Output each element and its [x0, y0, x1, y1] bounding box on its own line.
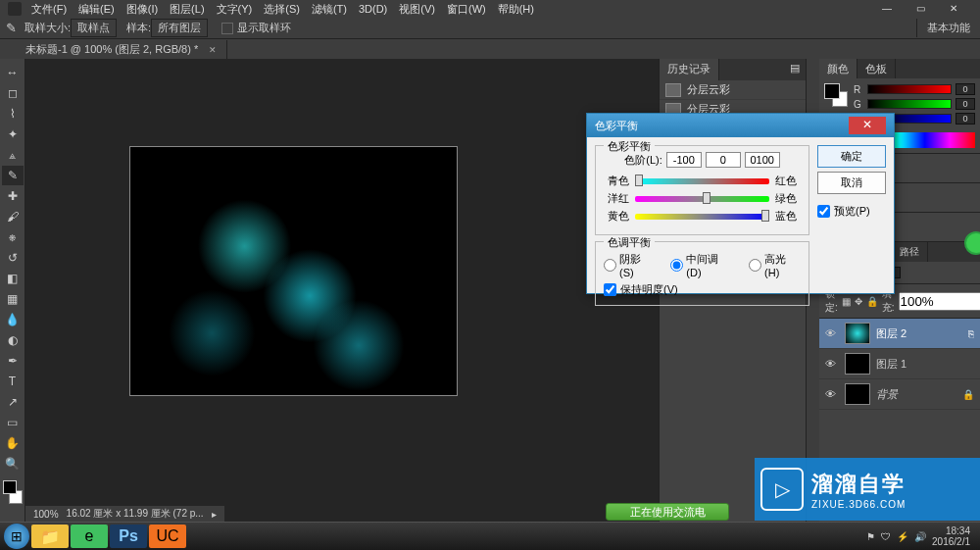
chevron-right-icon[interactable]: ▸ — [212, 509, 217, 520]
level-cyan-input[interactable] — [666, 152, 702, 168]
history-tab[interactable]: 历史记录 — [660, 59, 719, 80]
visibility-icon[interactable]: 👁 — [825, 358, 839, 370]
midtones-radio[interactable]: 中间调(D) — [670, 252, 733, 278]
color-swatches[interactable] — [3, 480, 23, 504]
menu-image[interactable]: 图像(I) — [126, 2, 158, 17]
blur-tool[interactable]: 💧 — [2, 310, 24, 329]
start-button[interactable]: ⊞ — [4, 524, 29, 549]
close-icon[interactable]: ✕ — [947, 3, 960, 16]
level-yellow-input[interactable] — [745, 152, 780, 168]
menu-edit[interactable]: 编辑(E) — [78, 2, 115, 17]
layer-thumbnail[interactable] — [845, 353, 870, 375]
show-sample-checkbox[interactable] — [221, 23, 233, 34]
minimize-icon[interactable]: — — [880, 3, 894, 16]
layer-thumbnail[interactable] — [845, 323, 870, 344]
eyedropper-icon[interactable]: ✎ — [6, 21, 17, 35]
move-tool[interactable]: ↔ — [2, 63, 24, 82]
marquee-tool[interactable]: ◻ — [2, 83, 24, 103]
gradient-tool[interactable]: ▦ — [2, 289, 24, 309]
panel-menu-icon[interactable]: ▤ — [784, 59, 806, 80]
layer-row[interactable]: 👁 图层 2 ⎘ — [819, 319, 980, 349]
brush-tool[interactable]: 🖌 — [2, 207, 24, 226]
close-tab-icon[interactable]: ✕ — [209, 45, 217, 55]
document-tab[interactable]: 未标题-1 @ 100% (图层 2, RGB/8) * ✕ — [16, 40, 227, 59]
workspace-selector[interactable]: 基本功能 — [916, 19, 980, 37]
highlights-radio[interactable]: 高光(H) — [749, 252, 801, 278]
r-slider[interactable] — [867, 84, 952, 94]
fill-input[interactable] — [899, 292, 980, 311]
foreground-swatch[interactable] — [3, 480, 17, 494]
menu-view[interactable]: 视图(V) — [399, 2, 435, 17]
maximize-icon[interactable]: ▭ — [913, 3, 927, 16]
crop-tool[interactable]: ⟁ — [2, 145, 24, 165]
taskbar-explorer[interactable]: 📁 — [31, 525, 69, 548]
dodge-tool[interactable]: ◐ — [2, 330, 24, 350]
layer-name[interactable]: 图层 1 — [876, 357, 906, 372]
layer-name[interactable]: 图层 2 — [876, 326, 906, 341]
menu-type[interactable]: 文字(Y) — [217, 2, 253, 17]
history-item[interactable]: 分层云彩 — [660, 80, 806, 100]
magenta-green-slider[interactable] — [635, 196, 769, 202]
tray-shield-icon[interactable]: 🛡 — [881, 531, 891, 542]
zoom-level[interactable]: 100% — [33, 509, 59, 520]
dialog-close-button[interactable]: ✕ — [849, 117, 886, 134]
eyedropper-tool[interactable]: ✎ — [2, 166, 24, 185]
sample-select[interactable]: 所有图层 — [151, 19, 208, 37]
menu-select[interactable]: 选择(S) — [264, 2, 300, 17]
sample-size-select[interactable]: 取样点 — [71, 19, 117, 37]
tray-flag-icon[interactable]: ⚑ — [866, 531, 875, 542]
canvas[interactable] — [129, 146, 458, 396]
swatches-tab[interactable]: 色板 — [858, 59, 896, 78]
pen-tool[interactable]: ✒ — [2, 351, 24, 371]
link-icon[interactable]: ⎘ — [968, 328, 974, 339]
tray-network-icon[interactable]: ⚡ — [897, 531, 908, 542]
level-magenta-input[interactable] — [706, 152, 741, 168]
b-value[interactable]: 0 — [956, 113, 975, 125]
menu-window[interactable]: 窗口(W) — [447, 2, 486, 17]
tray-volume-icon[interactable]: 🔊 — [914, 531, 926, 542]
eraser-tool[interactable]: ◧ — [2, 269, 24, 288]
shape-tool[interactable]: ▭ — [2, 413, 24, 432]
paths-tab[interactable]: 路径 — [892, 242, 928, 262]
lasso-tool[interactable]: ⌇ — [2, 104, 24, 124]
visibility-icon[interactable]: 👁 — [825, 388, 839, 400]
menu-help[interactable]: 帮助(H) — [498, 2, 534, 17]
cancel-button[interactable]: 取消 — [817, 172, 886, 194]
ok-button[interactable]: 确定 — [817, 145, 886, 168]
taskbar-uc[interactable]: UC — [149, 525, 186, 548]
menu-file[interactable]: 文件(F) — [31, 2, 67, 17]
history-brush-tool[interactable]: ↺ — [2, 248, 24, 268]
taskbar-browser[interactable]: e — [71, 525, 108, 548]
power-status-pill[interactable]: 正在使用交流电 — [606, 503, 729, 521]
g-value[interactable]: 0 — [956, 98, 975, 110]
stamp-tool[interactable]: ⎈ — [2, 227, 24, 247]
path-tool[interactable]: ↗ — [2, 392, 24, 412]
dialog-titlebar[interactable]: 色彩平衡 ✕ — [587, 114, 894, 137]
wand-tool[interactable]: ✦ — [2, 125, 24, 144]
yellow-blue-slider[interactable] — [635, 214, 769, 220]
menu-layer[interactable]: 图层(L) — [170, 2, 204, 17]
preserve-luminosity-checkbox[interactable] — [604, 283, 616, 296]
heal-tool[interactable]: ✚ — [2, 186, 24, 206]
layer-thumbnail[interactable] — [845, 383, 870, 405]
type-tool[interactable]: T — [2, 372, 24, 391]
g-slider[interactable] — [867, 99, 952, 109]
history-item-label: 分层云彩 — [687, 82, 730, 97]
cyan-red-slider[interactable] — [635, 178, 769, 184]
panel-fg-swatch[interactable] — [824, 83, 840, 99]
zoom-tool[interactable]: 🔍 — [2, 454, 24, 474]
visibility-icon[interactable]: 👁 — [825, 327, 839, 339]
layer-name[interactable]: 背景 — [876, 387, 898, 402]
cyan-label: 青色 — [604, 174, 629, 188]
shadows-radio[interactable]: 阴影(S) — [604, 252, 655, 278]
menu-filter[interactable]: 滤镜(T) — [312, 2, 347, 17]
hand-tool[interactable]: ✋ — [2, 433, 24, 453]
layer-row[interactable]: 👁 图层 1 — [819, 349, 980, 379]
r-value[interactable]: 0 — [956, 83, 975, 95]
menu-3d[interactable]: 3D(D) — [359, 3, 387, 15]
taskbar-photoshop[interactable]: Ps — [110, 525, 147, 548]
tray-clock[interactable]: 18:34 2016/2/1 — [932, 525, 970, 547]
layer-row[interactable]: 👁 背景 🔒 — [819, 379, 980, 410]
color-tab[interactable]: 颜色 — [819, 59, 858, 78]
preview-checkbox[interactable] — [817, 205, 830, 218]
